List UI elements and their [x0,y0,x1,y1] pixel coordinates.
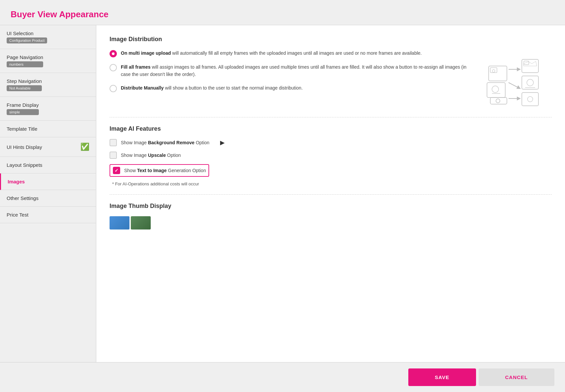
sidebar-label-page-navigation: Page Navigation [7,54,43,60]
sidebar-badge-frame-display: simple [7,109,39,115]
radio-text-fill-frames: Fill all frames will assign images to al… [121,63,468,78]
sidebar-item-template-title[interactable]: Template Title [0,121,96,137]
sidebar-label-other-settings: Other Settings [7,195,39,201]
image-distribution-section: Image Distribution On multi image upload… [110,36,552,117]
image-thumb-display-title: Image Thumb Display [110,203,552,210]
sidebar-label-template-title: Template Title [7,126,38,132]
sidebar-item-inner: Template Title [7,126,38,132]
svg-point-7 [496,99,500,103]
sidebar-item-images[interactable]: Images [0,173,96,190]
thumb-img-green [131,216,151,229]
checkbox-option-bg-remove[interactable]: Show Image Background Remove Option ▶ [110,139,552,146]
image-distribution-title: Image Distribution [110,36,552,43]
svg-rect-1 [490,68,497,73]
svg-rect-12 [522,93,538,106]
checkbox-label-bg-remove: Show Image Background Remove Option [121,140,209,145]
radio-option-distribute-manually[interactable]: Distribute Manually will show a button t… [110,84,468,92]
sidebar-item-step-navigation[interactable]: Step Navigation Not Available [0,73,96,97]
sidebar-item-inner: Frame Display simple [7,102,39,115]
svg-point-4 [492,86,499,93]
footer: SAVE CANCEL [0,362,565,392]
checkbox-label-upscale: Show Image Upscale Option [121,153,181,158]
svg-rect-6 [490,98,507,104]
ai-note: * For AI-Operations additional costs wil… [112,181,552,186]
svg-point-2 [492,70,495,72]
sidebar-item-page-navigation[interactable]: Page Navigation numbers [0,49,96,73]
sidebar-badge-step-navigation: Not Available [7,85,42,91]
main-content: Image Distribution On multi image upload… [96,25,565,362]
sidebar-label-frame-display: Frame Display [7,102,39,108]
sidebar-item-inner: Page Navigation numbers [7,54,43,67]
image-distribution-graphic [479,49,552,109]
svg-rect-0 [489,66,507,81]
sidebar-label-ui-hints-display: UI Hints Display [7,144,42,150]
thumb-images [110,216,552,229]
checkbox-option-upscale[interactable]: Show Image Upscale Option [110,152,552,159]
sidebar: UI Selection Configuration Product Page … [0,25,96,362]
distribution-svg [482,49,548,109]
sidebar-item-other-settings[interactable]: Other Settings [0,190,96,207]
sidebar-item-ui-hints-display[interactable]: UI Hints Display ✅ [0,137,96,157]
sidebar-label-price-test: Price Test [7,212,29,218]
sidebar-badge-ui-selection: Configuration Product [7,37,47,43]
svg-rect-3 [487,83,505,98]
checkbox-upscale[interactable] [110,152,117,159]
svg-rect-10 [522,76,538,89]
radio-text-distribute-manually: Distribute Manually will show a button t… [121,84,303,92]
image-distribution-options: On multi image upload will automatically… [110,49,468,109]
radio-option-fill-frames[interactable]: Fill all frames will assign images to al… [110,63,468,78]
sidebar-item-inner: UI Selection Configuration Product [7,31,47,43]
page-header: Buyer View Appearance [0,0,565,25]
sidebar-label-step-navigation: Step Navigation [7,78,42,84]
image-thumb-display-section: Image Thumb Display [110,203,552,237]
check-circle-icon: ✅ [80,143,89,151]
image-ai-features-title: Image AI Features [110,125,552,132]
checkbox-bg-remove[interactable] [110,139,117,146]
main-container: UI Selection Configuration Product Page … [0,25,565,362]
cursor-icon: ▶ [220,139,225,146]
sidebar-item-price-test[interactable]: Price Test [0,207,96,223]
checkbox-text-to-image[interactable] [113,167,120,174]
thumb-img-blue [110,216,129,229]
highlighted-text-to-image-row: Show Text to Image Generation Option [110,164,209,177]
cancel-button[interactable]: CANCEL [479,368,555,386]
radio-multi-upload[interactable] [110,50,117,57]
sidebar-label-images: Images [8,179,25,184]
sidebar-label-layout-snippets: Layout Snippets [7,162,42,168]
radio-fill-frames[interactable] [110,64,117,71]
sidebar-item-inner: Step Navigation Not Available [7,78,42,91]
radio-text-multi-upload: On multi image upload will automatically… [121,49,422,57]
sidebar-label-ui-selection: UI Selection [7,31,47,36]
page-title: Buyer View Appearance [11,9,554,20]
svg-point-11 [527,79,533,86]
image-distribution-body: On multi image upload will automatically… [110,49,552,109]
image-ai-features-section: Image AI Features Show Image Background … [110,125,552,195]
sidebar-item-ui-selection[interactable]: UI Selection Configuration Product [0,25,96,49]
save-button[interactable]: SAVE [408,368,476,386]
svg-point-13 [527,97,533,102]
svg-rect-9 [524,61,529,65]
sidebar-item-frame-display[interactable]: Frame Display simple [0,97,96,121]
checkbox-label-text-to-image: Show Text to Image Generation Option [124,168,206,173]
sidebar-item-layout-snippets[interactable]: Layout Snippets [0,157,96,173]
sidebar-badge-page-navigation: numbers [7,61,43,67]
radio-option-multi-upload[interactable]: On multi image upload will automatically… [110,49,468,57]
radio-distribute-manually[interactable] [110,85,117,92]
